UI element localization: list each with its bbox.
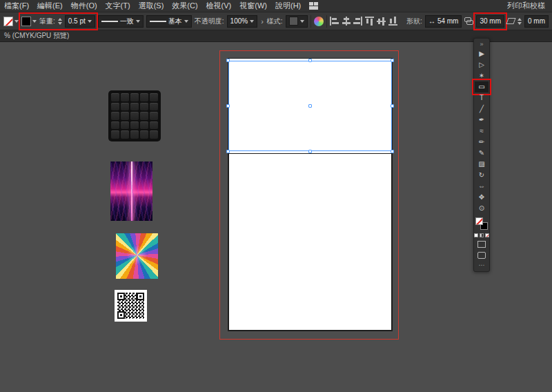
selection-handle-bottom-left[interactable] [226,150,230,153]
align-horizontal-left-icon[interactable] [330,17,339,26]
fill-stroke-indicator[interactable] [475,217,488,230]
selection-handle-bottom-center[interactable] [308,150,312,153]
type-tool[interactable]: T [475,92,489,104]
paint-swirl-photo[interactable] [116,233,158,279]
zoom-tool[interactable]: ⊙ [475,203,489,214]
keypad-key [111,130,119,139]
chevron-down-icon [32,20,37,23]
neon-grid-photo[interactable] [110,161,152,221]
workspace-switcher[interactable]: 列印和校樣 [507,1,552,11]
keypad-key [150,93,158,101]
menu-select[interactable]: 選取(S) [135,0,168,12]
keypad-key [140,112,148,120]
stroke-weight-value[interactable]: 0.5 pt [65,15,95,28]
selection-handle-middle-right[interactable] [391,104,394,108]
style-label: 樣式: [267,17,283,26]
keypad-key [111,93,119,101]
draw-mode-icon[interactable] [477,241,486,248]
center-point[interactable] [308,104,312,108]
stroke-weight-stepper[interactable] [58,18,62,25]
qr-modules [117,293,144,319]
qr-finder-pattern [137,293,144,300]
keypad-key [111,112,119,120]
shape-height-field[interactable]: 30 mm [476,15,504,28]
shape-label: 形狀: [406,17,422,26]
keypad-key [121,103,129,111]
curvature-tool[interactable]: ≈ [475,126,489,137]
align-vertical-top-icon[interactable] [365,17,374,26]
chevron-down-icon [250,20,254,23]
keypad-key [121,112,129,120]
opacity-value[interactable]: 100% [227,15,258,28]
menu-effect[interactable]: 效果(C) [168,0,201,12]
keypad-key [140,93,148,101]
paint-mode-row [474,233,489,237]
color-mode-icon[interactable] [474,233,478,237]
shear-value-field[interactable]: 0 mm [524,15,549,28]
menu-window[interactable]: 視窗(W) [235,0,271,12]
fill-color-control[interactable] [3,17,19,26]
pencil-tool[interactable]: ✎ [475,148,489,159]
menu-file[interactable]: 檔案(F) [0,0,33,12]
width-profile-select[interactable]: 一致 [98,15,144,28]
gradient-mode-icon[interactable] [480,233,484,237]
annotation-shape-height: 30 mm [476,15,504,28]
align-horizontal-right-icon[interactable] [353,17,362,26]
brush-definition-select[interactable]: 基本 [146,15,192,28]
menu-view[interactable]: 檢視(V) [202,0,236,12]
menu-edit[interactable]: 編輯(E) [33,0,67,12]
style-swatch [289,17,298,26]
selection-tool[interactable]: ▶ [475,48,489,59]
edit-toolbar-button[interactable]: ⋯ [475,261,489,269]
shear-stepper[interactable] [518,18,522,25]
direct-selection-tool[interactable]: ▷ [475,59,489,70]
menu-object[interactable]: 物件(O) [67,0,101,12]
menu-help[interactable]: 說明(H) [271,0,305,12]
keypad-photo[interactable] [108,90,161,141]
selection-handle-top-center[interactable] [308,59,312,62]
rectangle-tool[interactable]: ▭ [475,81,489,92]
shape-width-field[interactable]: ↔54 mm [425,15,462,28]
menu-bar: 檔案(F) 編輯(E) 物件(O) 文字(T) 選取(S) 效果(C) 檢視(V… [0,0,552,12]
fill-color-swatch[interactable] [3,17,13,26]
align-vertical-center-icon[interactable] [377,17,386,26]
keypad-key [130,103,139,111]
shaper-tool[interactable]: ▨ [475,159,489,170]
paintbrush-tool[interactable]: ✏ [475,137,489,148]
opacity-label: 不透明度: [195,17,224,26]
align-vertical-bottom-icon[interactable] [388,17,397,26]
keypad-key [150,121,158,130]
hand-tool[interactable]: ✥ [475,192,489,203]
graphic-style-select[interactable] [286,15,308,28]
screen-mode-icon[interactable] [477,252,486,259]
rotate-tool[interactable]: ↻ [475,170,489,181]
qr-code-image[interactable] [115,290,147,322]
scale-tool[interactable]: ⇔ [475,181,489,192]
document-tab[interactable]: % (CMYK/GPU 預覽) [4,31,69,41]
selection-handle-top-left[interactable] [226,59,230,62]
opacity-panel-chevron[interactable]: › [260,17,264,26]
fill-swatch-toolbar[interactable] [475,217,483,225]
selection-handle-bottom-right[interactable] [391,150,394,153]
brush-preview [150,21,166,22]
keypad-key [150,130,158,139]
pen-tool[interactable]: ✒ [475,115,489,126]
recolor-artwork-icon[interactable] [314,17,324,26]
stroke-color-control[interactable] [21,17,37,26]
align-horizontal-center-icon[interactable] [342,17,351,26]
stroke-color-swatch[interactable] [21,17,31,26]
menu-type[interactable]: 文字(T) [101,0,135,12]
background-rectangle[interactable] [228,153,392,331]
selected-rectangle[interactable] [228,61,392,151]
link-dimensions-icon[interactable] [464,17,473,26]
chevron-down-icon [14,20,19,23]
selection-handle-middle-left[interactable] [226,104,230,108]
pasteboard[interactable] [0,42,552,392]
arrange-documents-icon[interactable] [309,2,318,10]
keypad-key [150,103,158,111]
none-mode-icon[interactable] [485,233,489,237]
line-segment-tool[interactable]: ╱ [475,104,489,115]
selection-handle-top-right[interactable] [391,59,394,62]
toolbar-collapse-button[interactable]: » [475,40,489,48]
magic-wand-tool[interactable]: ✶ [475,70,489,81]
